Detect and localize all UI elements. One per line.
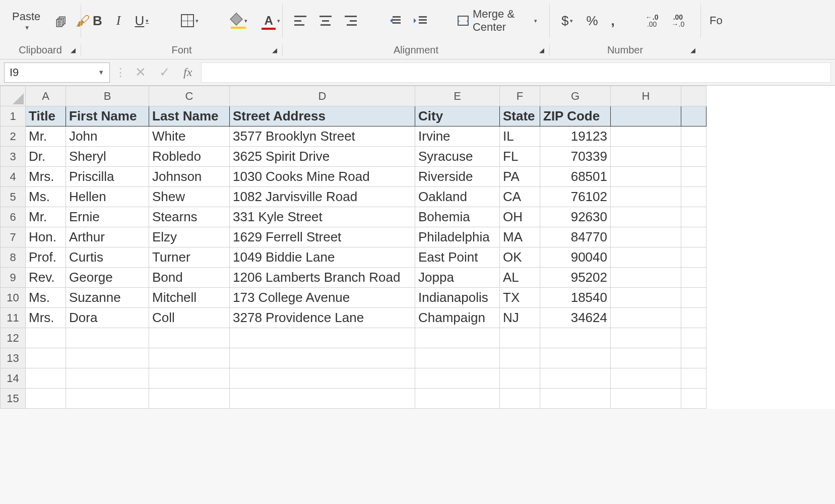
cell-zip[interactable]: 34624 bbox=[540, 308, 611, 328]
cell-title[interactable]: Mrs. bbox=[26, 308, 66, 328]
cell-state[interactable]: IL bbox=[500, 127, 540, 147]
cell[interactable] bbox=[611, 308, 681, 328]
cell[interactable] bbox=[681, 227, 706, 247]
header-cell[interactable]: State bbox=[500, 106, 540, 127]
cell-city[interactable]: Indianapolis bbox=[415, 288, 500, 308]
align-center-button[interactable] bbox=[316, 14, 335, 28]
cell-first-name[interactable]: Arthur bbox=[66, 227, 149, 247]
increase-indent-button[interactable] bbox=[411, 13, 430, 28]
cell[interactable] bbox=[611, 268, 681, 288]
cell-title[interactable]: Mr. bbox=[26, 127, 66, 147]
select-all-corner[interactable] bbox=[1, 86, 26, 106]
cell[interactable] bbox=[611, 127, 681, 147]
clipboard-dialog-launcher[interactable]: ◢ bbox=[69, 46, 78, 55]
cell-state[interactable]: FL bbox=[500, 147, 540, 167]
enter-formula-button[interactable]: ✓ bbox=[155, 65, 174, 80]
cell-street[interactable]: 1206 Lamberts Branch Road bbox=[230, 268, 415, 288]
cell[interactable] bbox=[611, 368, 681, 389]
cell[interactable] bbox=[66, 368, 149, 389]
cell[interactable] bbox=[26, 368, 66, 389]
cell-first-name[interactable]: John bbox=[66, 127, 149, 147]
cell-zip[interactable]: 76102 bbox=[540, 187, 611, 207]
cell[interactable] bbox=[500, 328, 540, 348]
cell-title[interactable]: Ms. bbox=[26, 288, 66, 308]
cell[interactable] bbox=[149, 328, 230, 348]
row-header-4[interactable]: 4 bbox=[1, 167, 26, 187]
align-left-button[interactable] bbox=[291, 14, 309, 28]
cell-title[interactable]: Rev. bbox=[26, 268, 66, 288]
cell-last-name[interactable]: Mitchell bbox=[149, 288, 230, 308]
row-header-1[interactable]: 1 bbox=[1, 106, 26, 127]
name-box[interactable]: I9 ▼ bbox=[4, 62, 110, 83]
cell-last-name[interactable]: Coll bbox=[149, 308, 230, 328]
accounting-format-button[interactable]: $▾ bbox=[558, 11, 576, 31]
percent-format-button[interactable]: % bbox=[583, 11, 601, 31]
row-header-7[interactable]: 7 bbox=[1, 227, 26, 247]
cell[interactable] bbox=[540, 389, 611, 409]
cell-state[interactable]: PA bbox=[500, 167, 540, 187]
spreadsheet-area[interactable]: ABCDEFGH 1TitleFirst NameLast NameStreet… bbox=[0, 86, 835, 409]
cell-last-name[interactable]: Stearns bbox=[149, 207, 230, 227]
cell-last-name[interactable]: White bbox=[149, 127, 230, 147]
cell[interactable] bbox=[681, 288, 706, 308]
cell[interactable] bbox=[149, 368, 230, 389]
cell-city[interactable]: Bohemia bbox=[415, 207, 500, 227]
cell-last-name[interactable]: Bond bbox=[149, 268, 230, 288]
cell-state[interactable]: MA bbox=[500, 227, 540, 247]
cell-last-name[interactable]: Elzy bbox=[149, 227, 230, 247]
cell-state[interactable]: CA bbox=[500, 187, 540, 207]
cell[interactable] bbox=[540, 328, 611, 348]
comma-format-button[interactable]: , bbox=[608, 11, 618, 31]
cell-city[interactable]: Philadelphia bbox=[415, 227, 500, 247]
cell-last-name[interactable]: Robledo bbox=[149, 147, 230, 167]
header-cell[interactable]: ZIP Code bbox=[540, 106, 611, 127]
cell-city[interactable]: Oakland bbox=[415, 187, 500, 207]
cell[interactable] bbox=[26, 328, 66, 348]
row-header-9[interactable]: 9 bbox=[1, 268, 26, 288]
cell-street[interactable]: 173 College Avenue bbox=[230, 288, 415, 308]
cell-street[interactable]: 331 Kyle Street bbox=[230, 207, 415, 227]
cell[interactable] bbox=[230, 348, 415, 368]
cell[interactable] bbox=[611, 106, 681, 127]
column-header-A[interactable]: A bbox=[26, 86, 66, 106]
row-header-3[interactable]: 3 bbox=[1, 147, 26, 167]
font-dialog-launcher[interactable]: ◢ bbox=[270, 46, 279, 55]
cell[interactable] bbox=[230, 368, 415, 389]
row-header-8[interactable]: 8 bbox=[1, 247, 26, 268]
cell[interactable] bbox=[681, 268, 706, 288]
cell-city[interactable]: Riverside bbox=[415, 167, 500, 187]
cell-first-name[interactable]: Hellen bbox=[66, 187, 149, 207]
cell-zip[interactable]: 92630 bbox=[540, 207, 611, 227]
cell-zip[interactable]: 90040 bbox=[540, 247, 611, 268]
cell[interactable] bbox=[611, 328, 681, 348]
cell-first-name[interactable]: Ernie bbox=[66, 207, 149, 227]
cell-first-name[interactable]: George bbox=[66, 268, 149, 288]
cell-city[interactable]: Syracuse bbox=[415, 147, 500, 167]
row-header-13[interactable]: 13 bbox=[1, 348, 26, 368]
cell-city[interactable]: Champaign bbox=[415, 308, 500, 328]
cell[interactable] bbox=[681, 106, 706, 127]
fill-color-button[interactable]: ▾ bbox=[228, 13, 250, 29]
align-right-button[interactable] bbox=[342, 14, 360, 28]
header-cell[interactable]: Last Name bbox=[149, 106, 230, 127]
cell-title[interactable]: Dr. bbox=[26, 147, 66, 167]
cell[interactable] bbox=[66, 389, 149, 409]
cell[interactable] bbox=[611, 389, 681, 409]
cell[interactable] bbox=[611, 288, 681, 308]
cell-city[interactable]: East Point bbox=[415, 247, 500, 268]
header-cell[interactable]: Street Address bbox=[230, 106, 415, 127]
cell[interactable] bbox=[681, 207, 706, 227]
cell[interactable] bbox=[66, 348, 149, 368]
cell-title[interactable]: Mrs. bbox=[26, 167, 66, 187]
cell-first-name[interactable]: Dora bbox=[66, 308, 149, 328]
cell[interactable] bbox=[230, 328, 415, 348]
cell[interactable] bbox=[611, 187, 681, 207]
cell[interactable] bbox=[540, 348, 611, 368]
cell-street[interactable]: 3577 Brooklyn Street bbox=[230, 127, 415, 147]
borders-button[interactable]: ▾ bbox=[178, 12, 202, 29]
column-header-H[interactable]: H bbox=[611, 86, 681, 106]
cell[interactable] bbox=[611, 147, 681, 167]
cell[interactable] bbox=[611, 207, 681, 227]
cell-title[interactable]: Prof. bbox=[26, 247, 66, 268]
column-header-B[interactable]: B bbox=[66, 86, 149, 106]
